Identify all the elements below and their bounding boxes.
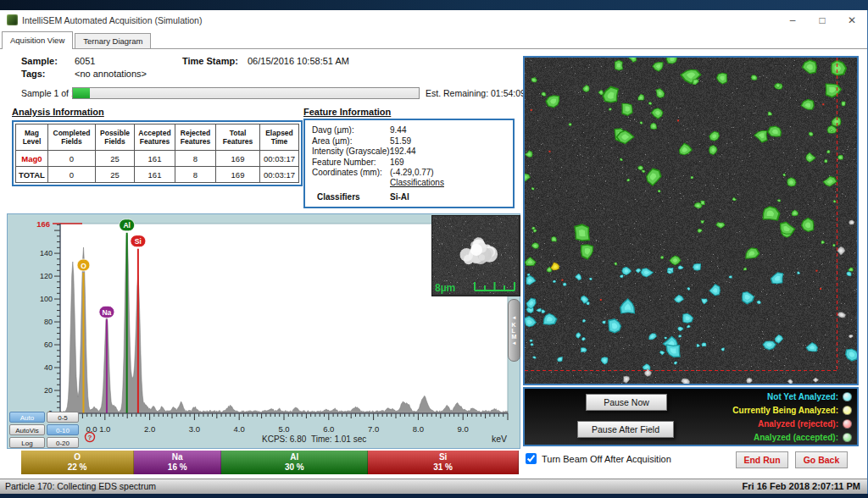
analysis-col-header: Accepted Features xyxy=(135,125,175,151)
feature-info-box: Classifications Classifiers Si-Al Davg (… xyxy=(303,119,515,208)
composition-bar-al: Al30 % xyxy=(221,451,368,474)
tab-ternary-diagram[interactable]: Ternary Diagram xyxy=(75,33,151,48)
svg-text:100: 100 xyxy=(40,295,53,303)
pause-now-button[interactable]: Pause Now xyxy=(586,394,667,411)
svg-text:Time: 1.01 sec: Time: 1.01 sec xyxy=(311,434,366,444)
feature-field-label: Davg (µm): xyxy=(312,125,354,135)
end-run-button[interactable]: End Run xyxy=(736,451,788,468)
tab-aquisition-view[interactable]: Aquisition View xyxy=(2,31,73,49)
klm-down-arrow-icon[interactable]: ◄ xyxy=(512,340,517,346)
sem-field-canvas xyxy=(525,58,857,384)
svg-text:O: O xyxy=(81,262,86,270)
scale-button-auto[interactable]: Auto xyxy=(9,412,45,423)
svg-text:1.0: 1.0 xyxy=(99,424,110,434)
scale-button-autovis[interactable]: AutoVis xyxy=(9,424,45,435)
range-button-0-10[interactable]: 0-10 xyxy=(47,424,79,435)
legend-label: Analyzed (rejected): xyxy=(758,419,838,429)
feature-field-value: 192.44 xyxy=(390,147,416,156)
svg-text:20: 20 xyxy=(44,386,53,395)
sample-label: Sample: xyxy=(21,56,58,66)
close-button[interactable]: ✕ xyxy=(839,12,865,29)
svg-text:7.0: 7.0 xyxy=(368,424,379,434)
feature-field-value: 51.59 xyxy=(390,136,411,146)
analysis-table: Mag LevelCompleted FieldsPossible Fields… xyxy=(15,124,299,183)
legend-row: Not Yet Analyzed: xyxy=(767,390,852,403)
svg-text:8.0: 8.0 xyxy=(413,424,424,434)
analysis-cell: 8 xyxy=(175,167,216,183)
minimize-button[interactable]: – xyxy=(780,12,805,29)
legend-row: Analyzed (accepted): xyxy=(754,430,852,444)
analysis-cell: 00:03:17 xyxy=(260,167,299,183)
desktop-strip-bottom xyxy=(0,494,868,498)
go-back-button[interactable]: Go Back xyxy=(795,451,848,468)
klm-label: KLM xyxy=(512,322,517,340)
composition-percent: 30 % xyxy=(285,462,304,473)
feature-field-label: Area (µm): xyxy=(312,136,352,146)
analysis-col-header: Mag Level xyxy=(16,125,48,151)
remaining-label: Est. Remaining: 01:54:09 xyxy=(426,88,526,98)
feature-field-label: Feature Number: xyxy=(312,158,376,167)
analysis-cell: 25 xyxy=(96,167,135,183)
pause-after-field-button[interactable]: Pause After Field xyxy=(577,421,674,438)
svg-text:Si: Si xyxy=(135,237,142,246)
analysis-col-header: Elapsed Time xyxy=(260,125,299,151)
analysis-cell: Mag0 xyxy=(16,151,48,167)
composition-element: Si xyxy=(439,452,447,462)
composition-bar-o: O22 % xyxy=(21,451,134,474)
feature-field-value: (-4.29,0.77) xyxy=(390,168,434,177)
beam-off-checkbox[interactable] xyxy=(526,453,537,464)
timestamp-label: Time Stamp: xyxy=(182,56,238,66)
svg-text:keV: keV xyxy=(492,434,507,444)
legend-label: Not Yet Analyzed: xyxy=(767,392,838,401)
status-datetime: Fri 16 Feb 2018 2:07:11 PM xyxy=(743,481,860,491)
composition-percent: 16 % xyxy=(168,462,187,473)
analysis-cell: 8 xyxy=(175,151,216,167)
composition-element: O xyxy=(74,452,81,462)
feature-field-value: 9.44 xyxy=(390,125,406,135)
svg-text:4.0: 4.0 xyxy=(234,424,245,434)
analysis-title: Analysis Information xyxy=(12,107,104,117)
analysis-col-header: Rejected Features xyxy=(175,125,216,151)
feature-field-label: Intensity (Grayscale): xyxy=(312,147,392,156)
composition-percent: 22 % xyxy=(68,462,87,473)
analysis-cell: 25 xyxy=(96,151,135,167)
tags-label: Tags: xyxy=(21,69,46,79)
range-button-0-20[interactable]: 0-20 xyxy=(47,437,79,448)
svg-text:166: 166 xyxy=(36,219,50,229)
maximize-button[interactable]: □ xyxy=(810,12,835,29)
svg-text:6.0: 6.0 xyxy=(323,424,334,434)
analysis-col-header: Total Features xyxy=(216,125,260,151)
composition-bars: O22 %Na16 %Al30 %Si31 % xyxy=(7,451,519,474)
window-title: IntelliSEM Automated Acquisition (Simula… xyxy=(22,15,202,25)
classifiers-label: Classifiers xyxy=(317,192,360,202)
analysis-table-frame: Mag LevelCompleted FieldsPossible Fields… xyxy=(12,120,303,186)
scale-button-log[interactable]: Log xyxy=(9,437,45,448)
range-button-0-5[interactable]: 0-5 xyxy=(47,412,79,423)
feature-title: Feature Information xyxy=(303,107,391,117)
classifications-link[interactable]: Classifications xyxy=(390,178,444,187)
svg-text:Na: Na xyxy=(102,308,111,317)
sample-value: 6051 xyxy=(75,56,95,66)
klm-markers-control[interactable]: ◄ KLM ◄ xyxy=(508,299,520,362)
svg-text:?: ? xyxy=(88,434,92,441)
beam-off-checkbox-row: Turn Beam Off After Acquisition xyxy=(526,453,671,464)
svg-text:Al: Al xyxy=(123,221,131,230)
feature-field-label: Coordinates (mm): xyxy=(312,168,382,177)
svg-text:3.0: 3.0 xyxy=(189,424,200,434)
sem-field-image[interactable] xyxy=(523,56,859,385)
composition-element: Na xyxy=(172,452,183,462)
legend-dot-icon xyxy=(843,406,852,415)
legend-label: Analyzed (accepted): xyxy=(754,433,838,442)
analysis-cell: 169 xyxy=(216,167,260,183)
composition-element: Al xyxy=(290,452,298,462)
analysis-cell: 161 xyxy=(135,167,175,183)
analysis-cell: TOTAL xyxy=(16,167,48,183)
legend-dot-icon xyxy=(843,419,852,429)
app-root: IntelliSEM Automated Acquisition (Simula… xyxy=(0,0,868,498)
klm-up-arrow-icon[interactable]: ◄ xyxy=(512,315,517,321)
progress-label: Sample 1 of 1 xyxy=(21,88,76,98)
analysis-cell: 00:03:17 xyxy=(260,151,299,167)
analysis-cell: 169 xyxy=(216,151,260,167)
legend-dot-icon xyxy=(843,392,852,401)
svg-text:KCPS: 6.80: KCPS: 6.80 xyxy=(262,434,307,444)
